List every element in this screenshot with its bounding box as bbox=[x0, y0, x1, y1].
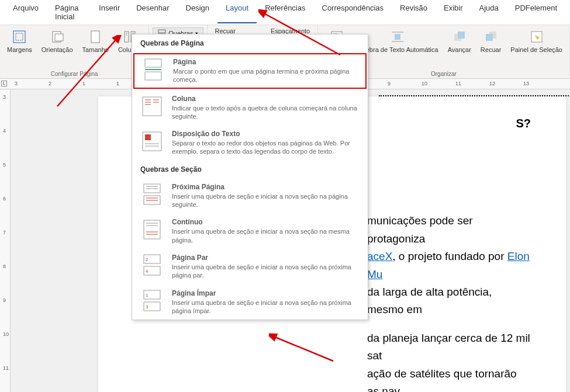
tab-selector[interactable]: L bbox=[1, 81, 7, 86]
doc-text-4: ação de satélites que tornarão as nav bbox=[367, 367, 517, 392]
svg-rect-18 bbox=[458, 32, 465, 39]
svg-rect-23 bbox=[145, 59, 161, 67]
ruler-v-mark: 5 bbox=[3, 162, 6, 168]
menu-insert[interactable]: Inserir bbox=[91, 1, 128, 23]
breaks-dropdown: Quebras de Página Página Marcar o ponto … bbox=[132, 34, 368, 320]
svg-text:2: 2 bbox=[146, 257, 148, 262]
svg-rect-33 bbox=[145, 134, 151, 140]
ruler-h-mark: 3 bbox=[15, 81, 18, 86]
ruler-h-mark: 13 bbox=[523, 81, 529, 86]
svg-text:1: 1 bbox=[146, 293, 148, 298]
backward-button[interactable]: Recuar bbox=[477, 27, 505, 54]
orientation-icon bbox=[49, 29, 65, 45]
menu-help[interactable]: Ajuda bbox=[471, 1, 507, 23]
ruler-h-mark: 1 bbox=[82, 81, 85, 86]
menu-file[interactable]: Arquivo bbox=[5, 1, 47, 23]
dropdown-item-next-page[interactable]: Próxima Página Inserir uma quebra de seç… bbox=[132, 178, 368, 214]
dropdown-item-text-wrap[interactable]: Disposição do Texto Separar o texto ao r… bbox=[132, 125, 368, 161]
ruler-v-mark: 3 bbox=[3, 94, 6, 100]
dropdown-item-odd-page[interactable]: 13 Página Ímpar Inserir uma quebra de se… bbox=[132, 285, 368, 320]
menu-pdfelement[interactable]: PDFelement bbox=[507, 1, 565, 23]
next-page-break-icon bbox=[140, 183, 164, 206]
svg-rect-0 bbox=[13, 31, 25, 43]
dropdown-section-page-breaks: Quebras de Página bbox=[132, 34, 368, 52]
column-break-icon bbox=[140, 95, 164, 118]
menu-mailings[interactable]: Correspondências bbox=[314, 1, 392, 23]
menu-bar: Arquivo Página Inicial Inserir Desenhar … bbox=[0, 0, 570, 25]
even-page-break-icon: 24 bbox=[140, 254, 164, 277]
ruler-h-mark: 9 bbox=[388, 81, 391, 86]
doc-text-1: municações pode ser protagoniza bbox=[367, 214, 473, 244]
forward-button[interactable]: Avançar bbox=[444, 27, 475, 54]
ruler-v-mark: 8 bbox=[3, 263, 6, 269]
ruler-v-mark: 7 bbox=[3, 230, 6, 235]
svg-rect-20 bbox=[486, 34, 493, 41]
selection-pane-icon bbox=[528, 29, 545, 45]
menu-home[interactable]: Página Inicial bbox=[47, 1, 91, 23]
margins-button[interactable]: Margens bbox=[4, 27, 36, 54]
ruler-v-mark: 9 bbox=[3, 297, 6, 303]
svg-rect-24 bbox=[145, 72, 161, 80]
continuous-break-icon bbox=[140, 218, 164, 241]
menu-view[interactable]: Exibir bbox=[436, 1, 471, 23]
orientation-button[interactable]: Orientação bbox=[38, 27, 77, 54]
dropdown-item-column[interactable]: Coluna Indicar que o texto após a quebra… bbox=[132, 90, 368, 126]
ruler-v-mark: 6 bbox=[3, 196, 6, 202]
svg-text:3: 3 bbox=[146, 304, 148, 310]
doc-text-mid: , o projeto fundado por bbox=[392, 250, 507, 262]
page-break-icon bbox=[141, 58, 165, 81]
dropdown-item-page[interactable]: Página Marcar o ponto em que uma página … bbox=[133, 53, 367, 89]
ruler-h-mark: 11 bbox=[455, 81, 461, 86]
svg-rect-4 bbox=[91, 31, 99, 43]
odd-page-break-icon: 13 bbox=[140, 289, 164, 313]
arrange-label: Organizar bbox=[431, 71, 457, 77]
doc-text-3: da planeja lançar cerca de 12 mil sat bbox=[367, 332, 530, 362]
ruler-v-mark: 10 bbox=[3, 331, 9, 337]
ruler-v-mark: 4 bbox=[3, 128, 6, 134]
doc-text-2: da larga de alta potência, mesmo em bbox=[367, 286, 492, 315]
dropdown-section-section-breaks: Quebras de Seção bbox=[132, 161, 368, 178]
menu-draw[interactable]: Desenhar bbox=[128, 1, 177, 23]
ruler-h-mark: 12 bbox=[489, 81, 495, 86]
link-spacex[interactable]: aceX bbox=[367, 250, 392, 262]
margins-icon bbox=[11, 29, 27, 45]
selection-pane-button[interactable]: Painel de Seleção bbox=[507, 27, 566, 54]
size-icon bbox=[87, 29, 103, 45]
text-wrap-break-icon bbox=[140, 130, 164, 153]
ruler-h-mark: 1 bbox=[116, 81, 119, 86]
menu-design[interactable]: Design bbox=[178, 1, 217, 23]
dropdown-item-continuous[interactable]: Contínuo Inserir uma quebra de seção e i… bbox=[132, 213, 368, 249]
size-button[interactable]: Tamanho bbox=[79, 27, 112, 54]
vertical-ruler[interactable]: 3456789101112 bbox=[0, 89, 11, 392]
menu-references[interactable]: Referências bbox=[257, 1, 313, 23]
backward-icon bbox=[483, 29, 499, 45]
ruler-v-mark: 11 bbox=[3, 365, 9, 371]
ribbon-group-page-setup: Margens Orientação Tamanho Colunas bbox=[0, 25, 149, 78]
svg-rect-3 bbox=[55, 34, 63, 41]
menu-review[interactable]: Revisão bbox=[392, 1, 436, 23]
dropdown-item-even-page[interactable]: 24 Página Par Inserir uma quebra de seçã… bbox=[132, 249, 368, 285]
menu-layout[interactable]: Layout bbox=[217, 1, 257, 23]
forward-icon bbox=[451, 29, 468, 45]
svg-rect-1 bbox=[16, 33, 23, 40]
svg-rect-14 bbox=[395, 34, 400, 40]
ruler-h-mark: 2 bbox=[49, 81, 51, 86]
svg-rect-10 bbox=[158, 30, 165, 33]
wrap-icon bbox=[389, 29, 406, 45]
heading-fragment: S? bbox=[516, 117, 531, 130]
ruler-h-mark: 10 bbox=[422, 81, 427, 86]
page-setup-label: Configurar Página bbox=[51, 71, 98, 77]
toc-leader-dots bbox=[379, 95, 570, 96]
svg-text:4: 4 bbox=[146, 269, 148, 274]
